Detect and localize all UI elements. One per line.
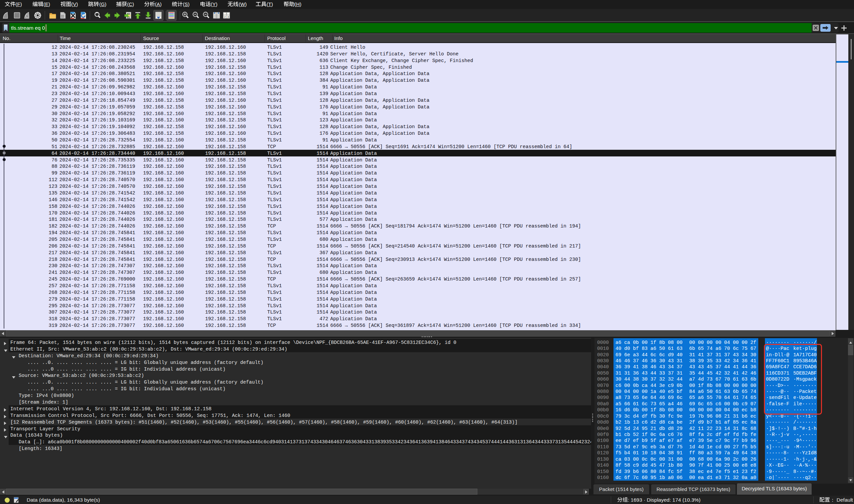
svg-text:1: 1	[226, 12, 227, 15]
svg-text:3: 3	[228, 15, 229, 18]
svg-text:2: 2	[224, 15, 225, 18]
